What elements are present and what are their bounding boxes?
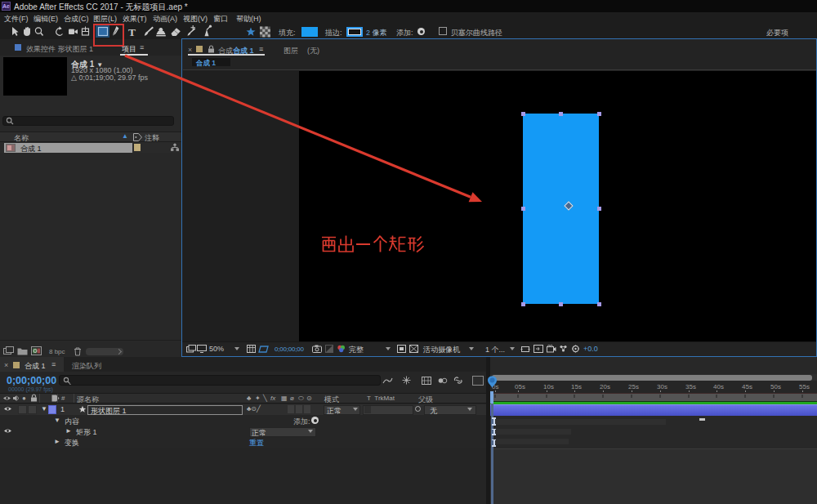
svg-text:T: T xyxy=(128,26,136,38)
